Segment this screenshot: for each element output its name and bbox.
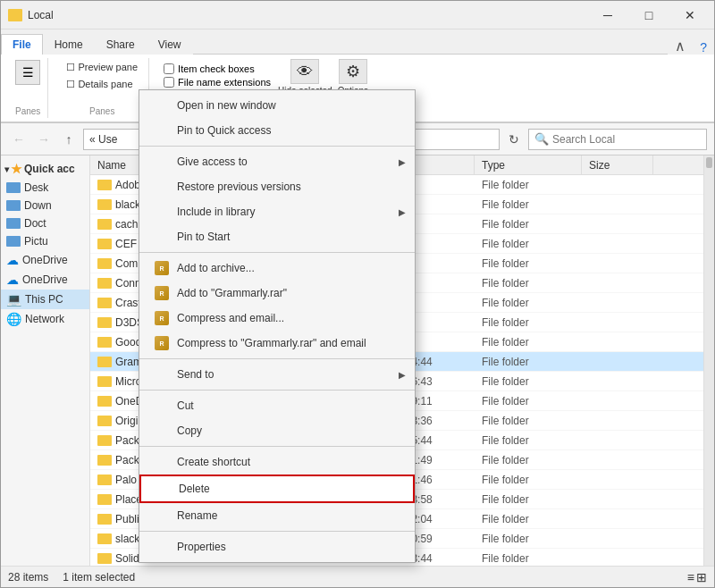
folder-icon-row [97,533,112,544]
context-menu: Open in new windowPin to Quick accessGiv… [139,89,416,563]
sidebar-item-pictures[interactable]: Pictu [1,232,89,250]
folder-icon-row [97,258,112,269]
context-menu-item-cut[interactable]: Cut [139,393,415,418]
file-name-text: Crast [115,297,141,309]
file-type-cell: File folder [475,395,582,407]
tab-file[interactable]: File [1,34,43,55]
close-button[interactable]: ✕ [669,1,711,29]
context-menu-item-create-shortcut[interactable]: Create shortcut [139,449,415,475]
search-input[interactable] [552,133,701,146]
address-text: « Use [89,133,117,146]
sidebar-item-network[interactable]: 🌐 Network [1,309,89,329]
context-menu-divider [139,390,415,391]
context-menu-item-include-library[interactable]: Include in library▶ [139,199,415,224]
details-pane-btn[interactable]: ☐ Details pane [63,77,136,92]
file-type-cell: File folder [475,198,582,211]
sidebar-quick-access[interactable]: ▾ ★ Quick acc [1,159,89,179]
search-icon: 🔍 [534,132,549,146]
folder-icon-row [97,357,112,367]
details-pane-icon: ☐ [66,79,75,89]
context-menu-item-compress-email[interactable]: RCompress and email... [139,306,415,331]
menu-item-icon-placeholder [154,154,170,170]
file-name-text: slack [115,533,139,545]
item-checkboxes-checkbox[interactable] [164,63,174,74]
file-type-cell: File folder [475,277,582,290]
sidebar-item-desktop[interactable]: Desk [1,179,89,197]
scrollbar[interactable] [703,155,714,566]
item-count: 28 items [8,571,48,584]
file-type-cell: File folder [475,316,582,329]
network-icon: 🌐 [6,312,21,326]
refresh-btn[interactable]: ↻ [503,129,525,150]
nav-pane-icon: ☰ [22,65,34,80]
context-menu-divider [139,531,415,532]
context-menu-item-label: Give access to [177,155,248,168]
folder-icon [8,9,22,21]
folder-icon-row [97,553,112,564]
file-type-cell: File folder [475,257,582,270]
sidebar-item-onedrive2[interactable]: ☁ OneDrive [1,270,89,290]
list-view-icon[interactable]: ≡ [687,570,694,584]
status-bar: 28 items 1 item selected ≡ ⊞ [1,566,714,587]
file-type-cell: File folder [475,474,582,486]
context-menu-item-restore-previous[interactable]: Restore previous versions [139,174,415,199]
minimize-button[interactable]: ─ [587,1,628,29]
grid-view-icon[interactable]: ⊞ [696,570,707,584]
file-type-cell: File folder [475,454,582,466]
sidebar-item-thispc[interactable]: 💻 This PC [1,290,89,309]
context-menu-item-delete[interactable]: Delete [139,475,415,503]
nav-pane-btn[interactable]: ☰ [15,60,40,85]
col-size[interactable]: Size [582,155,653,174]
ribbon-group-navigation: ☰ Panes [8,58,48,118]
tab-home[interactable]: Home [43,34,95,55]
context-menu-item-rename[interactable]: Rename [139,503,415,528]
context-menu-item-compress-grammarly-email[interactable]: RCompress to "Grammarly.rar" and email [139,331,415,356]
folder-icon-downloads [6,200,21,211]
ribbon-collapse-btn[interactable]: ∧ [668,38,693,55]
sidebar-item-downloads[interactable]: Down [1,197,89,214]
context-menu-item-pin-start[interactable]: Pin to Start [139,224,415,249]
context-menu-item-label: Open in new window [177,99,276,112]
context-menu-item-add-archive[interactable]: RAdd to archive... [139,256,415,281]
folder-icon-row [97,317,112,328]
col-type[interactable]: Type [475,155,582,174]
file-name-extensions-row: File name extensions [164,77,271,88]
item-checkboxes-row: Item check boxes [164,63,271,74]
folder-icon-row [97,376,112,387]
context-menu-item-send-to[interactable]: Send to▶ [139,362,415,387]
title-bar: Local ─ □ ✕ [1,1,714,29]
submenu-arrow-icon: ▶ [399,370,406,380]
menu-item-icon-placeholder [154,122,170,139]
context-menu-item-pin-quick-access[interactable]: Pin to Quick access [139,118,415,143]
item-checkboxes-label: Item check boxes [178,63,255,74]
file-name-extensions-checkbox[interactable] [164,77,174,88]
tab-share[interactable]: Share [95,34,147,55]
panes-label: Panes [15,106,40,116]
context-menu-item-give-access[interactable]: Give access to▶ [139,149,415,174]
folder-icon-documents [6,218,21,229]
file-name-text: Conn [115,277,141,290]
tab-view[interactable]: View [147,34,193,55]
back-btn[interactable]: ← [8,129,29,150]
maximize-button[interactable]: □ [628,1,669,29]
menu-item-icon-placeholder [154,229,170,245]
file-type-cell: File folder [475,513,582,525]
sidebar-item-documents[interactable]: Doct [1,214,89,232]
context-menu-item-add-grammarly-rar[interactable]: RAdd to "Grammarly.rar" [139,281,415,306]
context-menu-item-label: Rename [177,509,217,522]
up-btn[interactable]: ↑ [58,129,80,150]
context-menu-item-copy[interactable]: Copy [139,418,415,443]
window-title: Local [28,9,54,21]
preview-pane-icon: ☐ [66,62,75,72]
help-btn[interactable]: ? [693,40,714,55]
folder-icon-row [97,180,112,190]
sidebar-network-label: Network [25,313,64,325]
file-type-cell: File folder [475,493,582,506]
submenu-arrow-icon: ▶ [399,207,406,217]
context-menu-item-properties[interactable]: Properties [139,534,415,559]
forward-btn[interactable]: → [33,129,55,150]
menu-item-icon-placeholder [154,204,170,220]
context-menu-item-open-new-window[interactable]: Open in new window [139,93,415,118]
sidebar-item-onedrive1[interactable]: ☁ OneDrive [1,250,89,270]
preview-pane-btn[interactable]: ☐ Preview pane [63,60,141,75]
